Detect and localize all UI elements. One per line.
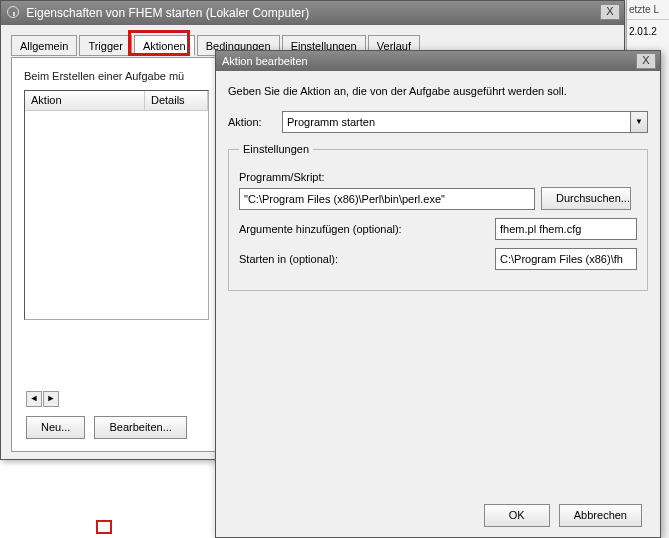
cancel-button[interactable]: Abbrechen bbox=[559, 504, 642, 527]
button-row: Neu... Bearbeiten... bbox=[26, 416, 193, 439]
actions-list[interactable]: Aktion Details bbox=[24, 90, 209, 320]
description: Geben Sie die Aktion an, die von der Auf… bbox=[228, 85, 648, 97]
info-icon bbox=[7, 6, 19, 18]
program-label: Programm/Skript: bbox=[239, 171, 637, 183]
action-label: Aktion: bbox=[228, 116, 282, 128]
args-label: Argumente hinzufügen (optional): bbox=[239, 223, 495, 235]
action-row: Aktion: Programm starten ▼ bbox=[228, 111, 648, 133]
window-title: Eigenschaften von FHEM starten (Lokaler … bbox=[26, 6, 309, 20]
settings-fieldset: Einstellungen Programm/Skript: "C:\Progr… bbox=[228, 143, 648, 291]
tab-allgemein[interactable]: Allgemein bbox=[11, 35, 77, 56]
scroll-right-icon[interactable]: ► bbox=[43, 391, 59, 407]
close-icon[interactable]: X bbox=[636, 53, 656, 69]
chevron-down-icon[interactable]: ▼ bbox=[630, 112, 647, 132]
col-aktion[interactable]: Aktion bbox=[25, 91, 145, 110]
titlebar: Eigenschaften von FHEM starten (Lokaler … bbox=[1, 1, 624, 25]
tab-trigger[interactable]: Trigger bbox=[79, 35, 131, 56]
edit-button[interactable]: Bearbeiten... bbox=[94, 416, 186, 439]
dialog-footer: OK Abbrechen bbox=[484, 504, 648, 527]
args-input[interactable]: fhem.pl fhem.cfg bbox=[495, 218, 637, 240]
action-combo[interactable]: Programm starten ▼ bbox=[282, 111, 648, 133]
program-input[interactable]: "C:\Program Files (x86)\Perl\bin\perl.ex… bbox=[239, 188, 535, 210]
titlebar: Aktion bearbeiten X bbox=[216, 51, 660, 71]
dialog-body: Geben Sie die Aktion an, die von der Auf… bbox=[216, 71, 660, 305]
startin-input[interactable]: C:\Program Files (x86)\fh bbox=[495, 248, 637, 270]
startin-label: Starten in (optional): bbox=[239, 253, 495, 265]
new-button[interactable]: Neu... bbox=[26, 416, 85, 439]
hscroll: ◄ ► bbox=[26, 391, 59, 407]
scroll-left-icon[interactable]: ◄ bbox=[26, 391, 42, 407]
window-title: Aktion bearbeiten bbox=[222, 55, 308, 67]
list-header: Aktion Details bbox=[25, 91, 208, 111]
tab-aktionen[interactable]: Aktionen bbox=[134, 35, 195, 56]
settings-legend: Einstellungen bbox=[239, 143, 313, 155]
sliver-date: 2.01.2 bbox=[627, 20, 669, 43]
action-combo-value: Programm starten bbox=[287, 116, 375, 128]
edit-action-window: Aktion bearbeiten X Geben Sie die Aktion… bbox=[215, 50, 661, 538]
browse-button[interactable]: Durchsuchen... bbox=[541, 187, 631, 210]
ok-button[interactable]: OK bbox=[484, 504, 550, 527]
close-icon[interactable]: X bbox=[600, 4, 620, 20]
col-details[interactable]: Details bbox=[145, 91, 208, 110]
sliver-header: etzte L bbox=[627, 0, 669, 20]
highlight-small bbox=[96, 520, 112, 534]
